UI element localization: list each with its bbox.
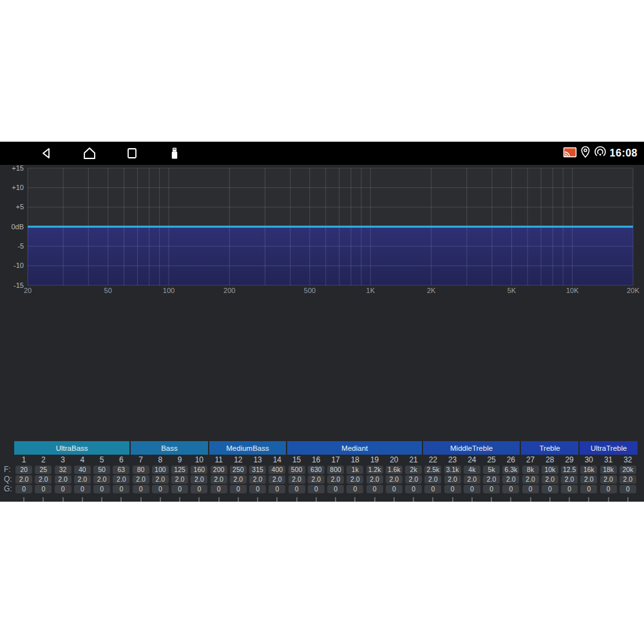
slider-track[interactable] (316, 497, 317, 502)
band-number: 19 (370, 455, 379, 464)
q-value-chip: 2.0 (346, 475, 363, 484)
svg-text:1K: 1K (366, 287, 375, 294)
band-number: 15 (292, 455, 301, 464)
q-value-chip: 2.0 (522, 475, 539, 484)
slider-track[interactable] (101, 497, 102, 502)
q-value-chip: 2.0 (620, 475, 636, 484)
band-group-treble: Treble (521, 441, 579, 455)
slider-track[interactable] (120, 497, 122, 502)
frequency-value-chip: 6.3k (502, 466, 519, 474)
slider-track[interactable] (549, 497, 551, 502)
frequency-value-chip: 50 (93, 466, 110, 474)
frequency-value-chip: 630 (308, 466, 325, 474)
recents-icon[interactable] (125, 146, 139, 160)
gain-value-chip: 0 (522, 485, 539, 493)
frequency-value-chip: 80 (133, 466, 149, 474)
slider-track[interactable] (491, 497, 492, 502)
band-number: 12 (234, 455, 242, 464)
frequency-value-chip: 25 (35, 466, 52, 474)
slider-track[interactable] (374, 497, 375, 502)
svg-text:+5: +5 (15, 203, 24, 211)
gain-value-chip: 0 (55, 485, 71, 493)
gain-value-chip: 0 (327, 485, 344, 493)
q-value-chip: 2.0 (444, 475, 461, 484)
svg-text:2K: 2K (427, 287, 436, 294)
slider-track[interactable] (413, 497, 414, 502)
slider-track[interactable] (569, 497, 570, 502)
q-value-chip: 2.0 (502, 475, 519, 484)
home-icon[interactable] (82, 146, 97, 160)
band-group-middletreble: MiddleTreble (423, 441, 519, 455)
svg-text:100: 100 (163, 287, 175, 294)
svg-text:20K: 20K (627, 287, 639, 294)
band-number: 25 (487, 455, 495, 464)
band-number: 8 (158, 455, 163, 464)
slider-track[interactable] (198, 497, 200, 502)
band-number: 28 (545, 455, 554, 464)
band-number: 20 (390, 455, 398, 464)
gain-value-chip: 0 (93, 485, 110, 493)
frequency-value-chip: 400 (269, 466, 285, 474)
slider-track[interactable] (530, 497, 531, 502)
band-number: 31 (604, 455, 612, 464)
slider-track[interactable] (160, 497, 161, 502)
slider-track[interactable] (432, 497, 433, 502)
q-value-chip: 2.0 (249, 475, 266, 484)
slider-track[interactable] (510, 497, 511, 502)
q-value-chip: 2.0 (464, 475, 480, 484)
gain-value-chip: 0 (483, 485, 500, 493)
gain-value-chip: 0 (308, 485, 325, 493)
gain-value-chip: 0 (424, 485, 441, 493)
svg-text:0dB: 0dB (11, 223, 24, 231)
slider-track[interactable] (588, 497, 589, 502)
back-icon[interactable] (40, 146, 54, 160)
band-number: 11 (214, 455, 222, 464)
location-icon (580, 146, 591, 161)
slider-track[interactable] (43, 497, 44, 502)
slider-track[interactable] (471, 497, 473, 502)
gain-value-chip: 0 (405, 485, 422, 493)
slider-track[interactable] (276, 497, 278, 502)
q-value-chip: 2.0 (386, 475, 402, 484)
slider-track[interactable] (608, 497, 609, 502)
slider-track[interactable] (296, 497, 298, 502)
status-bar: 16:08 (0, 142, 644, 165)
q-value-chip: 2.0 (269, 475, 285, 484)
slider-track[interactable] (627, 497, 629, 502)
band-number: 7 (138, 455, 143, 464)
frequency-value-chip: 16k (580, 466, 597, 474)
gain-value-chip: 0 (35, 485, 52, 493)
gain-value-chip: 0 (113, 485, 129, 493)
usb-icon[interactable] (167, 146, 182, 160)
gain-value-row: 00000000000000000000000000000000 (14, 485, 638, 493)
frequency-value-chip: 12.5 (561, 466, 578, 474)
svg-text:-10: -10 (14, 261, 24, 269)
slider-track[interactable] (62, 497, 64, 502)
svg-text:20: 20 (24, 287, 32, 294)
q-value-chip: 2.0 (55, 475, 71, 484)
status-clock: 16:08 (610, 147, 638, 159)
slider-track[interactable] (140, 497, 142, 502)
gain-value-chip: 0 (289, 485, 305, 493)
slider-track[interactable] (452, 497, 453, 502)
slider-track[interactable] (238, 497, 239, 502)
slider-track[interactable] (23, 497, 24, 502)
slider-track[interactable] (218, 497, 220, 502)
slider-track[interactable] (179, 497, 180, 502)
svg-text:10K: 10K (566, 287, 579, 294)
band-number: 18 (351, 455, 359, 464)
q-value-chip: 2.0 (133, 475, 149, 484)
frequency-value-chip: 18k (600, 466, 617, 474)
svg-text:50: 50 (104, 287, 112, 294)
frequency-value-row: 2025324050638010012516020025031540050063… (14, 466, 638, 474)
slider-track[interactable] (257, 497, 258, 502)
slider-track[interactable] (354, 497, 355, 502)
slider-track[interactable] (393, 497, 395, 502)
eq-response-chart: +15+10+50dB-5-10-1520501002005001K2K5K10… (0, 165, 644, 296)
q-value-chip: 2.0 (35, 475, 52, 484)
frequency-value-chip: 500 (289, 466, 305, 474)
slider-track[interactable] (335, 497, 336, 502)
frequency-value-chip: 1.2k (366, 466, 383, 474)
slider-track[interactable] (82, 497, 83, 502)
frequency-value-chip: 32 (55, 466, 71, 474)
